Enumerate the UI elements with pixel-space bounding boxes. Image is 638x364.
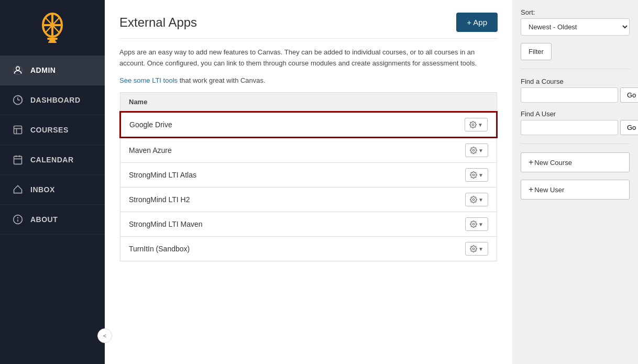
courses-icon [13, 125, 23, 135]
filter-button[interactable]: Filter [521, 43, 552, 60]
app-name: TurnItIn (Sandbox) [129, 245, 190, 253]
row-inner: StrongMind LTI Atlas [120, 163, 455, 186]
app-name-cell: Google Drive [120, 112, 455, 138]
row-inner: StrongMind LTI H2 [120, 188, 455, 211]
find-course-label: Find a Course [521, 78, 630, 85]
find-course-row: Go [521, 87, 630, 103]
app-actions-cell: ▼ [455, 138, 497, 163]
lti-link-suffix: that work great with Canvas. [178, 76, 266, 84]
settings-button[interactable]: ▼ [465, 217, 488, 231]
sidebar-item-about[interactable]: ABOUT [0, 205, 105, 235]
sidebar-item-dashboard[interactable]: DASHBOARD [0, 85, 105, 115]
app-name-cell: StrongMind LTI Atlas [120, 163, 455, 187]
settings-button[interactable]: ▼ [465, 242, 488, 256]
sidebar-item-inbox[interactable]: INBOX [0, 175, 105, 205]
svg-point-28 [472, 248, 475, 250]
gear-icon [470, 147, 477, 154]
app-actions-cell: ▼ [455, 237, 497, 261]
admin-icon [13, 65, 23, 75]
settings-button[interactable]: ▼ [465, 144, 488, 157]
row-inner: TurnItIn (Sandbox) [120, 237, 455, 260]
actions-wrapper: ▼ [455, 237, 497, 261]
sort-select[interactable]: Newest - Oldest Oldest - Newest Name A-Z… [521, 18, 630, 36]
settings-button[interactable]: ▼ [465, 118, 488, 131]
apps-table: Name Google Drive [119, 92, 498, 261]
find-course-go-button[interactable]: Go [620, 87, 638, 103]
svg-point-25 [472, 174, 475, 177]
table-row: StrongMind LTI Maven ▼ [120, 212, 497, 237]
sort-section: Sort: Newest - Oldest Oldest - Newest Na… [521, 8, 630, 36]
dropdown-arrow-icon: ▼ [478, 122, 483, 128]
table-row: Maven Azure ▼ [120, 138, 497, 163]
sidebar-nav: ADMIN DASHBOARD COURSES [0, 56, 105, 364]
app-name: StrongMind LTI H2 [129, 195, 190, 204]
apps-table-body: Google Drive ▼ Maven Azure [120, 112, 497, 261]
app-actions-cell: ▼ [455, 212, 497, 237]
new-user-label: New User [534, 186, 564, 194]
find-user-label: Find A User [521, 110, 630, 118]
about-icon [13, 214, 23, 225]
svg-point-27 [472, 224, 475, 226]
sidebar-item-courses[interactable]: COURSES [0, 115, 105, 145]
table-row: TurnItIn (Sandbox) ▼ [120, 237, 497, 261]
find-user-go-button[interactable]: Go [620, 120, 638, 135]
table-row: StrongMind LTI Atlas ▼ [120, 163, 497, 187]
find-course-section: Find a Course Go [521, 78, 630, 103]
app-name: StrongMind LTI Atlas [129, 171, 196, 179]
divider-2 [521, 144, 630, 144]
dropdown-arrow-icon: ▼ [478, 246, 483, 252]
svg-rect-5 [47, 38, 58, 40]
settings-button[interactable]: ▼ [465, 193, 488, 206]
app-name-cell: TurnItIn (Sandbox) [120, 237, 455, 261]
lti-tools-link[interactable]: See some LTI tools [119, 76, 178, 84]
lti-link-paragraph: See some LTI tools that work great with … [119, 75, 498, 86]
app-actions-cell: ▼ [455, 112, 497, 138]
collapse-icon: < [103, 333, 106, 339]
sidebar-item-calendar[interactable]: CALENDAR [0, 145, 105, 175]
dropdown-arrow-icon: ▼ [478, 172, 483, 178]
new-course-button[interactable]: + New Course [521, 152, 630, 172]
inbox-icon [13, 184, 23, 195]
sidebar-item-about-label: ABOUT [30, 215, 58, 224]
new-user-plus-icon: + [529, 185, 533, 194]
sidebar: ADMIN DASHBOARD COURSES [0, 0, 105, 364]
row-inner: Maven Azure [120, 139, 455, 162]
dashboard-icon [13, 95, 23, 105]
new-course-plus-icon: + [529, 158, 533, 167]
sidebar-item-dashboard-label: DASHBOARD [30, 96, 81, 104]
sidebar-collapse-button[interactable]: < [97, 328, 112, 343]
gear-icon [470, 220, 477, 228]
description-text: Apps are an easy way to add new features… [119, 47, 498, 69]
actions-wrapper: ▼ [455, 113, 497, 137]
divider-1 [521, 69, 630, 69]
new-course-label: New Course [534, 159, 572, 167]
app-name-cell: StrongMind LTI Maven [120, 212, 455, 237]
svg-rect-7 [48, 41, 57, 43]
add-app-button[interactable]: + App [456, 13, 498, 32]
sidebar-item-admin-label: ADMIN [30, 66, 56, 74]
actions-wrapper: ▼ [455, 187, 497, 212]
svg-point-26 [472, 199, 475, 201]
row-inner: Google Drive [121, 113, 455, 136]
find-user-input[interactable] [521, 120, 618, 135]
right-panel: Sort: Newest - Oldest Oldest - Newest Na… [512, 0, 638, 364]
app-name-cell: Maven Azure [120, 138, 455, 163]
actions-wrapper: ▼ [455, 163, 497, 187]
svg-rect-6 [49, 40, 56, 41]
center-panel: External Apps + App Apps are an easy way… [105, 0, 512, 364]
dropdown-arrow-icon: ▼ [478, 148, 483, 153]
calendar-icon [13, 155, 23, 165]
gear-icon [470, 245, 477, 252]
find-course-input[interactable] [521, 87, 618, 103]
sidebar-item-courses-label: COURSES [30, 126, 69, 134]
svg-point-24 [472, 150, 475, 152]
svg-rect-16 [14, 156, 22, 164]
settings-button[interactable]: ▼ [465, 168, 488, 182]
sidebar-item-admin[interactable]: ADMIN [0, 56, 105, 85]
actions-column-header [455, 93, 497, 112]
new-user-button[interactable]: + New User [521, 180, 630, 200]
table-header: Name [120, 93, 497, 112]
table-row: Google Drive ▼ [120, 112, 497, 138]
app-name-cell: StrongMind LTI H2 [120, 187, 455, 212]
logo-area [0, 0, 105, 56]
